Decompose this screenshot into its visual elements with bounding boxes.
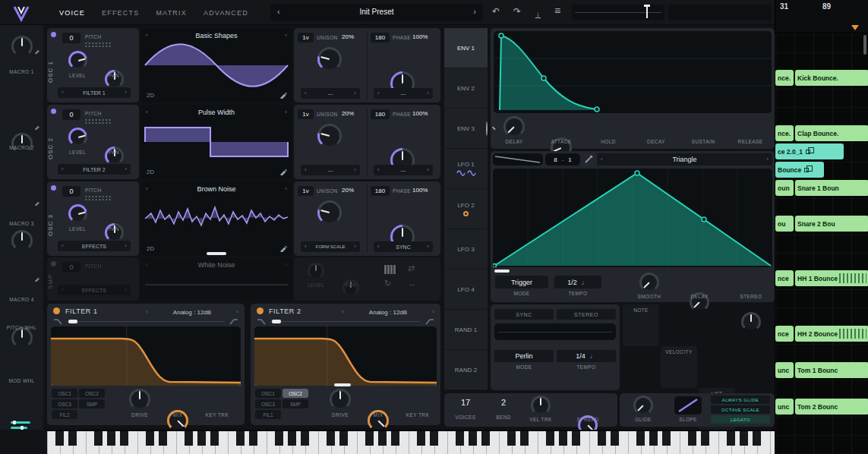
tab-rand1[interactable]: RAND 1 bbox=[444, 310, 488, 350]
osc1-wave-name[interactable]: Basic Shapes bbox=[140, 32, 292, 39]
osc3-unison-voices[interactable]: 1v bbox=[298, 186, 314, 196]
lfo-shape-dropdown[interactable]: ‹Triangle› bbox=[597, 153, 772, 166]
rand-mode-dropdown[interactable]: Perlin bbox=[494, 350, 554, 362]
osc1-power-dot[interactable] bbox=[51, 32, 56, 37]
rand-stereo-button[interactable]: STEREO bbox=[557, 309, 616, 320]
zoom-magnifier-icon[interactable] bbox=[486, 121, 488, 136]
osc3-unison-detune-knob[interactable] bbox=[317, 200, 342, 225]
sampler-wave-display[interactable]: ‹ White Noise › bbox=[140, 257, 292, 301]
osc1-phase-amount[interactable]: 100% bbox=[412, 33, 428, 40]
osc3-routing-dropdown[interactable]: ‹EFFECTS› bbox=[58, 241, 131, 251]
osc2-unison-voices[interactable]: 1v bbox=[298, 109, 314, 119]
osc2-power-dot[interactable] bbox=[51, 109, 56, 114]
filter1-blend-handle[interactable] bbox=[68, 320, 77, 323]
filter2-input-osc2[interactable]: OSC2 bbox=[282, 389, 308, 398]
filter2-input-osc3[interactable]: OSC3 bbox=[255, 399, 281, 408]
osc2-pitch-value[interactable]: 0 bbox=[62, 109, 80, 120]
lfo-preview[interactable] bbox=[493, 153, 543, 166]
osc1-unison-amount[interactable]: 20% bbox=[342, 33, 354, 40]
glide-knob[interactable] bbox=[633, 396, 653, 415]
source-note[interactable]: NOTE bbox=[623, 304, 659, 346]
clip-kick-bounce[interactable]: Kick Bounce. bbox=[795, 70, 868, 86]
menu-icon[interactable]: ≡ bbox=[554, 5, 560, 17]
lfo-smooth-knob[interactable] bbox=[639, 273, 659, 292]
preset-browser[interactable]: ‹ Init Preset › bbox=[270, 4, 483, 21]
lfo-display[interactable] bbox=[493, 169, 772, 267]
tab-rand2[interactable]: RAND 2 bbox=[444, 350, 488, 390]
osc2-routing-dropdown[interactable]: ‹FILTER 2› bbox=[58, 164, 131, 175]
osc2-unison-dots[interactable] bbox=[84, 118, 112, 125]
macro2-knob[interactable] bbox=[11, 133, 33, 154]
osc2-view-mode[interactable]: 2D bbox=[147, 169, 154, 175]
sampler-wave-name[interactable]: White Noise bbox=[140, 261, 292, 269]
osc1-pitch-value[interactable]: 0 bbox=[62, 33, 80, 43]
sampler-level-knob[interactable] bbox=[308, 263, 324, 279]
daw-scrollbar[interactable] bbox=[863, 35, 866, 55]
clip-hh2-bounce[interactable]: HH 2 Bounce bbox=[795, 326, 868, 342]
osc3-wave-name[interactable]: Brown Noise bbox=[140, 185, 292, 193]
edit-pencil-icon[interactable] bbox=[34, 124, 40, 130]
filter1-blend-track[interactable] bbox=[67, 321, 225, 322]
save-download-icon[interactable]: ↓ bbox=[536, 10, 540, 18]
filter2-input-smp[interactable]: SMP bbox=[282, 399, 308, 408]
lfo-mode-dropdown[interactable]: Trigger bbox=[495, 276, 548, 288]
meter-tick[interactable] bbox=[646, 7, 648, 18]
filter1-input-osc3[interactable]: OSC3 bbox=[52, 399, 77, 408]
envelope-display[interactable] bbox=[494, 31, 772, 113]
edit-pencil-icon[interactable] bbox=[279, 91, 287, 99]
osc1-unison-dots[interactable] bbox=[84, 42, 112, 48]
osc3-wave-display[interactable]: ‹ Brown Noise › 2D bbox=[140, 181, 292, 256]
osc2-mod-b-dropdown[interactable]: ‹---› bbox=[374, 165, 433, 175]
tab-voice[interactable]: VOICE bbox=[59, 9, 85, 17]
osc3-phase-amount[interactable]: 100% bbox=[412, 187, 428, 194]
filter1-input-osc1[interactable]: OSC1 bbox=[52, 389, 77, 398]
filter2-blend-track[interactable] bbox=[270, 321, 421, 322]
octave-scale-toggle[interactable]: OCTAVE SCALE bbox=[711, 405, 770, 414]
filter2-position-slider[interactable] bbox=[334, 383, 351, 386]
lfo-rate-numerator[interactable]: 8 bbox=[554, 156, 557, 163]
tab-env2[interactable]: ENV 2 bbox=[444, 68, 488, 109]
tab-lfo4[interactable]: LFO 4 bbox=[444, 270, 488, 310]
osc2-mod-a-dropdown[interactable]: ‹---› bbox=[301, 165, 360, 175]
rand-display[interactable] bbox=[494, 323, 616, 340]
clip-fragment[interactable]: oun bbox=[775, 180, 794, 196]
always-glide-toggle[interactable]: ALWAYS GLIDE bbox=[711, 396, 770, 404]
sampler-routing-dropdown[interactable]: ‹EFFECTS› bbox=[58, 285, 131, 295]
preset-name[interactable]: Init Preset bbox=[270, 8, 483, 16]
keytrack-icon[interactable] bbox=[383, 265, 396, 274]
filter2-input-osc1[interactable]: OSC1 bbox=[255, 389, 281, 398]
tab-matrix[interactable]: MATRIX bbox=[156, 9, 187, 17]
macro4-knob[interactable] bbox=[11, 327, 33, 348]
filter1-input-smp[interactable]: SMP bbox=[79, 399, 105, 408]
piano-keyboard[interactable] bbox=[47, 430, 775, 454]
edit-pencil-icon[interactable] bbox=[34, 48, 40, 54]
clip-fragment[interactable]: unc bbox=[775, 362, 794, 378]
clip-fragment[interactable]: nce bbox=[775, 326, 794, 342]
tab-lfo2[interactable]: LFO 2 bbox=[444, 189, 488, 229]
clip-bounce-2-0[interactable]: ce 2.0_1 bbox=[775, 143, 844, 159]
tab-effects[interactable]: EFFECTS bbox=[102, 9, 139, 17]
filter1-input-osc2[interactable]: OSC2 bbox=[79, 389, 105, 398]
mod-wheel-label[interactable]: MOD WHL bbox=[0, 378, 43, 383]
edit-pencil-icon[interactable] bbox=[34, 200, 40, 206]
edit-pencil-icon[interactable] bbox=[279, 168, 287, 175]
osc3-form-scale-dropdown[interactable]: ‹FORM SCALE› bbox=[301, 241, 360, 252]
osc2-wave-display[interactable]: ‹ Pulse Width › 2D bbox=[140, 105, 292, 179]
clip-fragment[interactable]: nce. bbox=[775, 70, 794, 86]
clip-clap-bounce[interactable]: Clap Bounce. bbox=[795, 125, 868, 141]
osc1-unison-voices[interactable]: 1v bbox=[298, 33, 314, 43]
clip-fragment[interactable]: unc bbox=[775, 399, 794, 415]
osc3-view-mode[interactable]: 2D bbox=[147, 245, 154, 252]
filter1-response-display[interactable] bbox=[51, 326, 241, 386]
lfo-rate-box[interactable]: 8-1 bbox=[545, 153, 580, 166]
shuffle-icon[interactable]: ⇄ bbox=[408, 263, 415, 273]
osc1-view-mode[interactable]: 2D bbox=[147, 92, 154, 99]
edit-pencil-icon[interactable] bbox=[34, 276, 40, 282]
lfo-phase-slider[interactable] bbox=[494, 270, 510, 273]
osc2-phase-amount[interactable]: 100% bbox=[412, 110, 428, 117]
master-meter-display[interactable] bbox=[572, 5, 664, 20]
bounce-arrows-icon[interactable]: ↔ bbox=[408, 279, 416, 288]
clip-snare1-bounce[interactable]: Snare 1 Boun bbox=[795, 180, 868, 196]
sampler-power-dot[interactable] bbox=[51, 261, 56, 266]
osc2-unison-detune-knob[interactable] bbox=[317, 124, 342, 148]
